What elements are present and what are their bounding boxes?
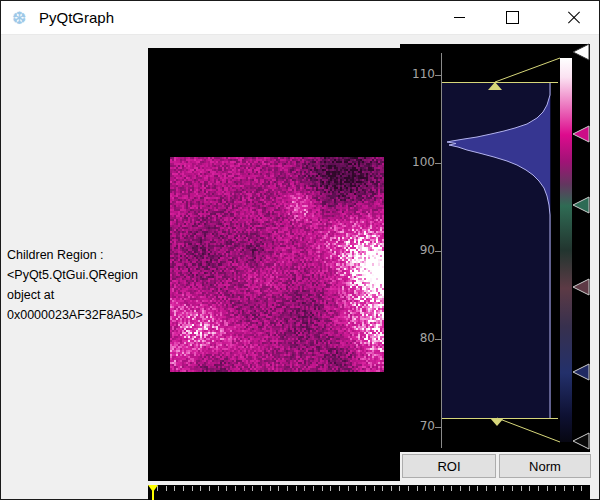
gradient-tick-navy[interactable]	[573, 364, 589, 380]
timeline-tick	[512, 486, 513, 491]
gradient-tick-teal[interactable]	[573, 197, 589, 213]
timeline-tick	[555, 486, 556, 491]
timeline-tick	[261, 486, 262, 491]
minimize-icon	[454, 17, 465, 18]
gradient-bar[interactable]	[560, 58, 572, 442]
axis-label-80: 80	[420, 331, 435, 345]
timeline-tick	[460, 486, 461, 491]
titlebar[interactable]: ❆ PyQtGraph	[1, 1, 599, 35]
roi-button[interactable]: ROI	[402, 454, 496, 478]
timeline-tick	[443, 486, 444, 491]
timeline-tick	[287, 486, 288, 491]
label-line-1: Children Region :	[7, 245, 148, 265]
timeline-tick	[252, 486, 253, 491]
timeline[interactable]	[148, 485, 590, 500]
label-line-2: <PyQt5.QtGui.QRegion	[7, 265, 148, 285]
pyqtgraph-window: ❆ PyQtGraph Children Region : <PyQt5.QtG…	[0, 0, 600, 500]
timeline-tick	[469, 486, 470, 491]
timeline-tick	[547, 486, 548, 491]
timeline-tick	[486, 486, 487, 491]
histogram-panel[interactable]: 110 100 90 80 70	[400, 44, 590, 452]
timeline-tick	[166, 486, 167, 491]
timeline-tick	[495, 486, 496, 491]
norm-button[interactable]: Norm	[499, 454, 591, 478]
timeline-tick	[356, 486, 357, 491]
maximize-icon	[506, 11, 519, 24]
timeline-tick	[538, 486, 539, 491]
axis-label-110: 110	[412, 67, 435, 81]
axis-label-100: 100	[412, 155, 435, 169]
timeline-tick	[304, 486, 305, 491]
timeline-tick	[521, 486, 522, 491]
timeline-tick	[296, 486, 297, 491]
timeline-tick	[313, 486, 314, 491]
timeline-tick	[348, 486, 349, 491]
timeline-tick	[451, 486, 452, 491]
axis-label-90: 90	[420, 243, 435, 257]
timeline-tick	[581, 486, 582, 491]
timeline-tick	[434, 486, 435, 491]
timeline-tick	[503, 486, 504, 491]
gradient-tick-white[interactable]	[573, 44, 589, 60]
label-line-4: 0x0000023AF32F8A50>	[7, 305, 148, 325]
time-marker-arrow	[148, 485, 158, 492]
timeline-tick	[339, 486, 340, 491]
timeline-tick	[174, 486, 175, 491]
timeline-tick	[270, 486, 271, 491]
image-plot[interactable]	[148, 48, 400, 481]
level-handle-min[interactable]	[490, 418, 504, 426]
timeline-tick	[200, 486, 201, 491]
timeline-tick	[244, 486, 245, 491]
noise-image	[170, 157, 384, 372]
timeline-tick	[417, 486, 418, 491]
timeline-tick	[235, 486, 236, 491]
close-icon	[567, 11, 581, 25]
timeline-tick	[322, 486, 323, 491]
timeline-tick	[218, 486, 219, 491]
children-region-label: Children Region : <PyQt5.QtGui.QRegion o…	[7, 245, 148, 325]
timeline-tick	[278, 486, 279, 491]
timeline-tick	[408, 486, 409, 491]
timeline-tick	[374, 486, 375, 491]
gradient-tick-black[interactable]	[573, 433, 589, 449]
time-marker[interactable]	[148, 485, 158, 500]
axis-tick-marks	[435, 76, 441, 428]
gradient-tick-maroon[interactable]	[573, 279, 589, 295]
timeline-tick	[382, 486, 383, 491]
timeline-tick	[564, 486, 565, 491]
timeline-tick	[573, 486, 574, 491]
gradient-ticks	[573, 44, 589, 449]
timeline-tick	[183, 486, 184, 491]
window-title: PyQtGraph	[39, 9, 114, 26]
timeline-tick	[399, 486, 400, 491]
timeline-tick	[192, 486, 193, 491]
timeline-tick	[365, 486, 366, 491]
timeline-tick	[391, 486, 392, 491]
minimize-button[interactable]	[433, 1, 485, 34]
gradient-tick-magenta[interactable]	[573, 126, 589, 142]
app-icon: ❆	[12, 8, 26, 29]
timeline-tick	[209, 486, 210, 491]
timeline-tick	[477, 486, 478, 491]
close-button[interactable]	[548, 1, 600, 34]
axis-label-70: 70	[420, 419, 435, 433]
label-line-3: object at	[7, 285, 148, 305]
timeline-tick	[529, 486, 530, 491]
timeline-tick	[226, 486, 227, 491]
timeline-tick	[425, 486, 426, 491]
timeline-tick	[330, 486, 331, 491]
maximize-button[interactable]	[486, 1, 538, 34]
